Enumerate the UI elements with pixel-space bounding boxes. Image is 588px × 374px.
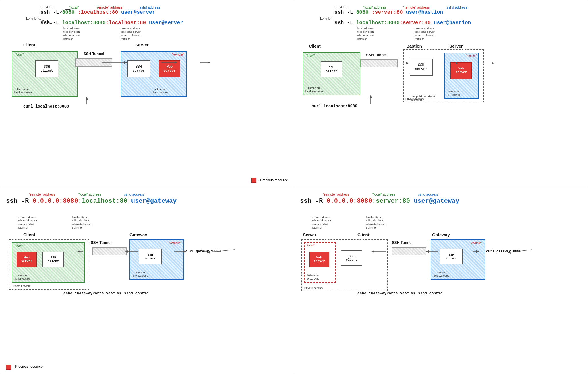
tr-cmd1-mid [369,9,372,15]
cmd2-remote: :localhost:80 [106,20,146,26]
ssh-client-box: SSHclient [35,60,58,77]
br-tunnel-lbl: SSH Tunnel [392,240,413,245]
bl-ssh-server: SSHserver [139,249,162,264]
bl-echo-lbl: echo "GatewayPorts yes" >> sshd_config [63,291,148,295]
br-sshd-lbl: sshd address [418,192,438,196]
br-curl-lbl: curl gateway:8080 [486,250,521,254]
bl-web-server: Webserver [17,252,37,267]
tr-cmd1-remote: :server:80 [372,9,403,15]
tr-cmd2-host: user@bastion [434,20,471,26]
tr-cmd1-port: 8080 [356,9,369,15]
sshd-address-label: sshd address [140,5,160,9]
short-form-label-tr: Short form [334,5,349,9]
client-label: Client [23,42,35,47]
bl-cmd-local: :localhost:80 [78,198,127,205]
panel-bottom-right: "remote" address "local" address sshd ad… [294,187,588,374]
br-listens2: listens on0.0.0.0:8080 [434,271,449,278]
bl-local-quote: "local" [15,244,23,248]
cmd1-mid [75,9,78,15]
cmd2-prefix: ssh -L [40,20,62,26]
panel-top-left: Short form "local" "remote" address sshd… [0,0,294,187]
tr-tunnel-box [360,59,398,67]
bl-tunnel-lbl: SSH Tunnel [91,240,111,245]
br-web-server: Webserver [309,252,329,267]
br-remote-quote: "remote" [470,241,482,245]
legend-text: - Precious resource [258,178,288,182]
server-box: "remote" SSHserver Webserver listens onl… [121,51,187,97]
bl-listens2: listens on0.0.0.0:8080 [133,271,148,278]
cmd2-host: user@server [149,20,183,26]
local-address-label: "local" [69,5,79,9]
cmd1-remote: :localhost:80 [78,9,118,15]
cmd1-prefix: ssh -L [40,9,62,15]
tr-interfaces-lbl: Has public & privateinterfaces [411,95,435,102]
br-private-outer: "local" Webserver listens on0.0.0.0:80 S… [301,239,388,291]
panel-bottom-left: "remote" address "local" address sshd ad… [0,187,294,374]
tr-listens2: listens on0.0.0.0:80 [448,90,460,97]
listens2: listens onlocalhost:80 [153,87,168,94]
panel-top-right: Short form "local" address "remote" addr… [294,0,588,187]
bl-cmd-host: user@gateway [131,198,177,205]
ssh-server-box: SSHserver [127,60,150,77]
short-form-label: Short form [40,5,55,9]
main-grid: Short form "local" "remote" address sshd… [0,0,588,374]
long-form-tr: Long form [320,17,334,20]
bl-tunnel-box [92,247,127,255]
bl-cmd-sp [127,198,131,205]
tr-server-lbl: Server [449,44,463,48]
sshd-lbl-tr: sshd address [447,5,467,9]
ann2: remote addresstells sshd serverwhere to … [121,27,155,41]
br-ssh-server: SSHserver [440,249,463,264]
tr-bastion-lbl: Bastion [406,44,422,48]
local-quote: "local" [15,53,23,57]
bl-ann1: remote addresstells sshd serverwhere to … [18,215,49,229]
legend: - Precious resource [251,178,288,183]
br-echo-lbl: echo "GatewayPorts yes" >> sshd_config [357,291,442,295]
bl-curl-lbl: curl gateway:8080 [185,250,220,254]
br-local-server-box: "local" Webserver listens on0.0.0.0:80 [304,242,336,283]
br-cmd-local: :server:80 [372,198,410,205]
bl-legend: - Precious resource [6,365,43,370]
tr-cmd2-pre: ssh -L [334,20,356,26]
bl-legend-text: - Precious resource [13,365,43,369]
local-lbl-tr: "local" address [363,5,386,9]
br-cmd-sp [410,198,414,205]
tr-cmd1-sp [403,9,406,15]
cmd1-user [118,9,121,15]
cmd1-host: user@server [121,9,155,15]
tunnel-box [75,58,112,67]
br-cmd-remote: 0.0.0.0:8080 [326,198,372,205]
remote-lbl-tr: "remote" address [403,5,430,9]
br-ann1: remote addresstells sshd serverwhere to … [312,215,343,229]
bl-gateway-lbl: Gateway [129,232,147,237]
bl-remote-lbl: "remote" address [29,192,55,196]
remote-address-label: "remote" address [96,5,122,9]
tr-ssh-server: SSHserver [410,59,433,76]
bl-client-green: "local" Webserver SSHclient listens onlo… [12,242,85,283]
br-ann2: local addresstells ssh clientwhere to fo… [366,215,401,229]
tr-ssh-client: SSHclient [321,61,342,77]
server-label: Server [135,42,149,47]
tr-cmd1-pre: ssh -L [334,9,356,15]
br-ssh-client: SSHclient [341,250,362,266]
legend-icon [251,178,256,183]
br-cmd-host: user@gateway [414,198,459,205]
listens1: listens onlocalhost:8080 [14,87,32,94]
br-gateway-box: "remote" SSHserver listens on0.0.0.0:808… [431,239,485,280]
ann1: local addresstells ssh clientwhere to st… [63,27,95,41]
tr-client-lbl: Client [309,44,321,48]
tr-remote-quote: "remote" [466,54,477,58]
bl-remote-quote: "remote" [169,241,181,245]
br-remote-lbl: "remote" address [323,192,349,196]
curl-label: curl localhost:8080 [23,104,69,109]
br-server-lbl: Server [303,232,316,237]
tr-server-inner: "remote" Webserver listens on0.0.0.0:80 [444,53,479,99]
tr-tunnel-lbl: SSH Tunnel [366,53,387,57]
bl-sshd-lbl: sshd address [124,192,144,196]
bl-ssh-client: SSHclient [42,252,64,267]
bl-ann2: local addresstells ssh clientwhere to fo… [72,215,107,229]
bl-client-outer: "local" Webserver SSHclient listens onlo… [9,239,89,290]
tr-cmd2-local: localhost:8080 [356,20,400,26]
br-cmd-pre: ssh -R [300,198,326,205]
tr-client-box: "local" SSHclient listens onlocalhost:80… [303,52,360,95]
